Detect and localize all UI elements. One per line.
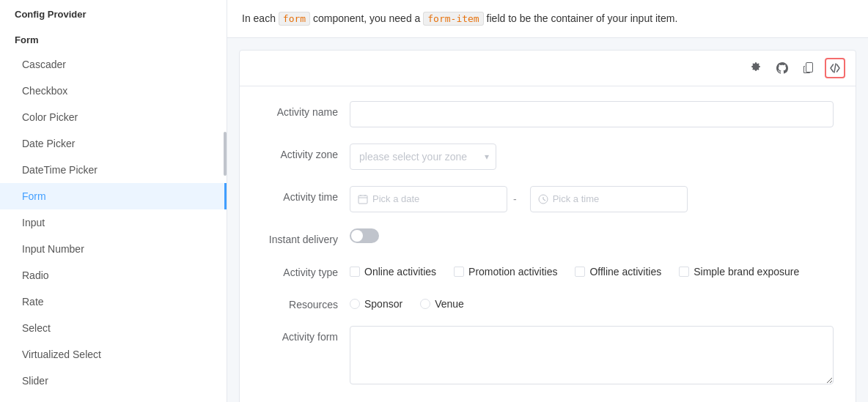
sidebar: Config Provider Form Cascader Checkbox C…: [0, 0, 227, 402]
radio-sponsor[interactable]: Sponsor: [350, 298, 402, 310]
label-activity-name: Activity name: [262, 101, 350, 117]
description-bar: In each form component, you need a form-…: [227, 0, 868, 38]
clock-icon: [538, 194, 548, 204]
activity-zone-select[interactable]: please select your zone ▾: [350, 144, 496, 170]
picker-group: Pick a date - Pick a time: [350, 186, 834, 212]
sidebar-item-datetime-picker[interactable]: DateTime Picker: [0, 157, 227, 183]
label-activity-zone: Activity zone: [262, 144, 350, 160]
activity-name-input[interactable]: [350, 101, 834, 127]
sidebar-item-virtualized-select[interactable]: Virtualized Select: [0, 341, 227, 368]
github-icon[interactable]: [772, 58, 792, 78]
form-row-resources: Resources Sponsor Venue: [262, 294, 834, 310]
form-row-activity-time: Activity time Pick a date -: [262, 186, 834, 212]
form-area: Activity name Activity zone please selec…: [240, 86, 856, 402]
sidebar-item-input-number[interactable]: Input Number: [0, 236, 227, 262]
resources-radio-group: Sponsor Venue: [350, 294, 834, 310]
activity-type-checkbox-group: Online activities Promotion activities O…: [350, 261, 834, 278]
control-activity-type: Online activities Promotion activities O…: [350, 261, 834, 278]
checkbox-offline[interactable]: Offline activities: [575, 266, 661, 278]
sidebar-item-slider[interactable]: Slider: [0, 368, 227, 394]
label-activity-type: Activity type: [262, 261, 350, 278]
label-activity-form: Activity form: [262, 326, 350, 342]
code-icon[interactable]: [825, 58, 845, 78]
sidebar-item-input[interactable]: Input: [0, 209, 227, 236]
form-row-activity-zone: Activity zone please select your zone ▾: [262, 144, 834, 170]
checkbox-brand-box[interactable]: [679, 267, 689, 277]
radio-sponsor-circle[interactable]: [350, 299, 360, 309]
form-row-instant-delivery: Instant delivery: [262, 228, 834, 245]
checkbox-online-box[interactable]: [350, 267, 360, 277]
label-resources: Resources: [262, 294, 350, 310]
time-picker-input[interactable]: Pick a time: [530, 186, 688, 212]
checkbox-brand[interactable]: Simple brand exposure: [679, 266, 799, 278]
radio-venue[interactable]: Venue: [420, 298, 464, 310]
demo-card: Activity name Activity zone please selec…: [239, 50, 856, 402]
checkbox-offline-box[interactable]: [575, 267, 585, 277]
svg-rect-0: [358, 196, 367, 204]
control-activity-zone: please select your zone ▾: [350, 144, 834, 170]
sidebar-section-form: Form: [0, 26, 227, 51]
instant-delivery-toggle[interactable]: [350, 228, 379, 243]
activity-zone-select-input[interactable]: please select your zone: [350, 144, 496, 170]
checkbox-promotion-box[interactable]: [454, 267, 464, 277]
sidebar-item-radio[interactable]: Radio: [0, 262, 227, 289]
code-form-item: form-item: [423, 12, 483, 26]
control-activity-form: [350, 326, 834, 387]
checkbox-promotion[interactable]: Promotion activities: [454, 266, 557, 278]
sidebar-item-date-picker[interactable]: Date Picker: [0, 130, 227, 157]
code-form: form: [279, 12, 310, 26]
form-row-activity-name: Activity name: [262, 101, 834, 127]
sidebar-config-provider[interactable]: Config Provider: [0, 0, 227, 26]
main-content: In each form component, you need a form-…: [227, 0, 868, 402]
activity-form-textarea[interactable]: [350, 326, 834, 384]
svg-line-6: [543, 199, 545, 201]
sidebar-item-color-picker[interactable]: Color Picker: [0, 104, 227, 130]
time-placeholder: Pick a time: [553, 193, 600, 204]
checkbox-online[interactable]: Online activities: [350, 266, 436, 278]
date-placeholder: Pick a date: [372, 193, 419, 204]
calendar-icon: [358, 194, 368, 204]
control-instant-delivery: [350, 228, 834, 245]
control-activity-time: Pick a date - Pick a time: [350, 186, 834, 212]
form-row-activity-form: Activity form: [262, 326, 834, 387]
switch-thumb: [351, 230, 363, 242]
demo-toolbar: [240, 51, 856, 86]
sidebar-item-rate[interactable]: Rate: [0, 289, 227, 315]
radio-venue-circle[interactable]: [420, 299, 430, 309]
scrollbar-thumb: [224, 132, 227, 176]
sidebar-item-form[interactable]: Form: [0, 183, 227, 209]
settings-icon[interactable]: [746, 58, 766, 78]
copy-icon[interactable]: [798, 58, 819, 78]
switch-track[interactable]: [350, 228, 379, 243]
control-activity-name: [350, 101, 834, 127]
sidebar-item-cascader[interactable]: Cascader: [0, 51, 227, 78]
form-row-activity-type: Activity type Online activities Promotio…: [262, 261, 834, 278]
date-picker-input[interactable]: Pick a date: [350, 186, 507, 212]
sidebar-item-checkbox[interactable]: Checkbox: [0, 78, 227, 104]
control-resources: Sponsor Venue: [350, 294, 834, 310]
picker-separator: -: [513, 193, 517, 205]
sidebar-item-select[interactable]: Select: [0, 315, 227, 341]
label-activity-time: Activity time: [262, 186, 350, 202]
label-instant-delivery: Instant delivery: [262, 228, 350, 245]
